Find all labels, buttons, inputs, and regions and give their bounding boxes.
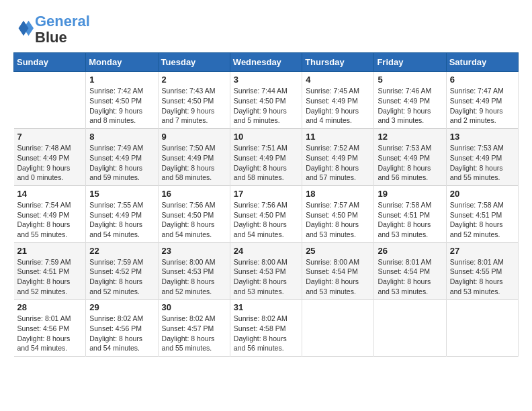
weekday-header-thursday: Thursday (302, 53, 374, 72)
weekday-header-sunday: Sunday (14, 53, 86, 72)
calendar-cell: 21Sunrise: 7:59 AM Sunset: 4:51 PM Dayli… (14, 242, 86, 300)
calendar-cell: 12Sunrise: 7:53 AM Sunset: 4:49 PM Dayli… (374, 129, 446, 186)
day-number: 3 (234, 75, 298, 85)
calendar-cell: 8Sunrise: 7:49 AM Sunset: 4:49 PM Daylig… (86, 129, 158, 186)
logo-icon (13, 18, 34, 38)
calendar-cell: 26Sunrise: 8:01 AM Sunset: 4:54 PM Dayli… (374, 242, 446, 300)
day-info: Sunrise: 7:57 AM Sunset: 4:50 PM Dayligh… (306, 200, 370, 240)
day-number: 24 (234, 246, 298, 256)
calendar-cell: 17Sunrise: 7:56 AM Sunset: 4:50 PM Dayli… (230, 185, 302, 242)
day-info: Sunrise: 7:50 AM Sunset: 4:49 PM Dayligh… (162, 143, 226, 183)
day-info: Sunrise: 8:01 AM Sunset: 4:54 PM Dayligh… (378, 257, 442, 297)
calendar-cell: 16Sunrise: 7:56 AM Sunset: 4:50 PM Dayli… (158, 185, 230, 242)
day-number: 14 (17, 189, 83, 199)
day-info: Sunrise: 7:49 AM Sunset: 4:49 PM Dayligh… (89, 143, 154, 183)
day-info: Sunrise: 7:54 AM Sunset: 4:49 PM Dayligh… (17, 200, 83, 240)
calendar-week-1: 1Sunrise: 7:42 AM Sunset: 4:50 PM Daylig… (14, 72, 519, 129)
day-number: 28 (17, 302, 83, 312)
day-info: Sunrise: 7:59 AM Sunset: 4:51 PM Dayligh… (17, 257, 83, 297)
day-info: Sunrise: 8:00 AM Sunset: 4:53 PM Dayligh… (162, 257, 226, 297)
calendar-cell: 31Sunrise: 8:02 AM Sunset: 4:58 PM Dayli… (230, 300, 302, 357)
day-number: 2 (162, 75, 226, 85)
day-number: 29 (89, 302, 154, 312)
weekday-header-monday: Monday (86, 53, 158, 72)
weekday-header-saturday: Saturday (446, 53, 518, 72)
day-number: 1 (89, 75, 154, 85)
day-info: Sunrise: 8:02 AM Sunset: 4:56 PM Dayligh… (89, 314, 154, 353)
calendar-cell (14, 72, 86, 129)
day-number: 31 (234, 302, 298, 312)
day-number: 12 (378, 132, 442, 142)
day-info: Sunrise: 8:00 AM Sunset: 4:53 PM Dayligh… (234, 257, 298, 297)
day-number: 9 (162, 132, 226, 142)
calendar-cell: 27Sunrise: 8:01 AM Sunset: 4:55 PM Dayli… (446, 242, 518, 300)
calendar-cell (302, 300, 374, 357)
calendar-cell: 24Sunrise: 8:00 AM Sunset: 4:53 PM Dayli… (230, 242, 302, 300)
day-number: 13 (450, 132, 515, 142)
calendar-cell: 14Sunrise: 7:54 AM Sunset: 4:49 PM Dayli… (14, 185, 86, 242)
day-number: 30 (162, 302, 226, 312)
day-number: 26 (378, 246, 442, 256)
calendar-cell: 25Sunrise: 8:00 AM Sunset: 4:54 PM Dayli… (302, 242, 374, 300)
day-number: 20 (450, 189, 515, 199)
calendar-cell: 10Sunrise: 7:51 AM Sunset: 4:49 PM Dayli… (230, 129, 302, 186)
calendar-cell: 9Sunrise: 7:50 AM Sunset: 4:49 PM Daylig… (158, 129, 230, 186)
day-number: 25 (306, 246, 370, 256)
day-number: 5 (378, 75, 442, 85)
calendar-cell: 15Sunrise: 7:55 AM Sunset: 4:49 PM Dayli… (86, 185, 158, 242)
weekday-header-friday: Friday (374, 53, 446, 72)
calendar-cell: 22Sunrise: 7:59 AM Sunset: 4:52 PM Dayli… (86, 242, 158, 300)
day-number: 15 (89, 189, 154, 199)
day-number: 27 (450, 246, 515, 256)
calendar-cell (446, 300, 518, 357)
calendar-cell: 20Sunrise: 7:58 AM Sunset: 4:51 PM Dayli… (446, 185, 518, 242)
calendar-cell: 7Sunrise: 7:48 AM Sunset: 4:49 PM Daylig… (14, 129, 86, 186)
day-number: 7 (17, 132, 83, 142)
calendar-week-4: 21Sunrise: 7:59 AM Sunset: 4:51 PM Dayli… (14, 242, 519, 300)
calendar-week-5: 28Sunrise: 8:01 AM Sunset: 4:56 PM Dayli… (14, 300, 519, 357)
day-info: Sunrise: 8:02 AM Sunset: 4:57 PM Dayligh… (162, 314, 226, 353)
day-number: 17 (234, 189, 298, 199)
day-info: Sunrise: 7:56 AM Sunset: 4:50 PM Dayligh… (234, 200, 298, 240)
day-number: 4 (306, 75, 370, 85)
day-number: 21 (17, 246, 83, 256)
calendar-week-3: 14Sunrise: 7:54 AM Sunset: 4:49 PM Dayli… (14, 185, 519, 242)
calendar-cell (374, 300, 446, 357)
day-number: 18 (306, 189, 370, 199)
calendar-cell: 11Sunrise: 7:52 AM Sunset: 4:49 PM Dayli… (302, 129, 374, 186)
calendar-cell: 30Sunrise: 8:02 AM Sunset: 4:57 PM Dayli… (158, 300, 230, 357)
calendar-week-2: 7Sunrise: 7:48 AM Sunset: 4:49 PM Daylig… (14, 129, 519, 186)
day-info: Sunrise: 7:52 AM Sunset: 4:49 PM Dayligh… (306, 143, 370, 183)
day-info: Sunrise: 8:01 AM Sunset: 4:55 PM Dayligh… (450, 257, 515, 297)
day-info: Sunrise: 8:02 AM Sunset: 4:58 PM Dayligh… (234, 314, 298, 353)
day-info: Sunrise: 7:59 AM Sunset: 4:52 PM Dayligh… (89, 257, 154, 297)
day-info: Sunrise: 7:53 AM Sunset: 4:49 PM Dayligh… (450, 143, 515, 183)
day-info: Sunrise: 7:58 AM Sunset: 4:51 PM Dayligh… (450, 200, 515, 240)
logo-text: GeneralBlue (35, 13, 90, 46)
day-info: Sunrise: 7:44 AM Sunset: 4:50 PM Dayligh… (234, 86, 298, 126)
weekday-header-wednesday: Wednesday (230, 53, 302, 72)
day-info: Sunrise: 7:45 AM Sunset: 4:49 PM Dayligh… (306, 86, 370, 126)
day-info: Sunrise: 7:46 AM Sunset: 4:49 PM Dayligh… (378, 86, 442, 126)
day-number: 23 (162, 246, 226, 256)
day-info: Sunrise: 7:47 AM Sunset: 4:49 PM Dayligh… (450, 86, 515, 126)
logo: GeneralBlue (13, 13, 90, 46)
calendar-cell: 13Sunrise: 7:53 AM Sunset: 4:49 PM Dayli… (446, 129, 518, 186)
day-info: Sunrise: 7:51 AM Sunset: 4:49 PM Dayligh… (234, 143, 298, 183)
day-info: Sunrise: 8:01 AM Sunset: 4:56 PM Dayligh… (17, 314, 83, 353)
day-info: Sunrise: 8:00 AM Sunset: 4:54 PM Dayligh… (306, 257, 370, 297)
day-number: 10 (234, 132, 298, 142)
day-info: Sunrise: 7:56 AM Sunset: 4:50 PM Dayligh… (162, 200, 226, 240)
day-number: 11 (306, 132, 370, 142)
calendar-cell: 23Sunrise: 8:00 AM Sunset: 4:53 PM Dayli… (158, 242, 230, 300)
day-number: 8 (89, 132, 154, 142)
day-number: 6 (450, 75, 515, 85)
weekday-header-tuesday: Tuesday (158, 53, 230, 72)
day-info: Sunrise: 7:53 AM Sunset: 4:49 PM Dayligh… (378, 143, 442, 183)
calendar-table: SundayMondayTuesdayWednesdayThursdayFrid… (13, 52, 519, 357)
calendar-cell: 29Sunrise: 8:02 AM Sunset: 4:56 PM Dayli… (86, 300, 158, 357)
page-header: GeneralBlue (13, 13, 519, 46)
day-info: Sunrise: 7:48 AM Sunset: 4:49 PM Dayligh… (17, 143, 83, 183)
calendar-cell: 6Sunrise: 7:47 AM Sunset: 4:49 PM Daylig… (446, 72, 518, 129)
day-info: Sunrise: 7:43 AM Sunset: 4:50 PM Dayligh… (162, 86, 226, 126)
